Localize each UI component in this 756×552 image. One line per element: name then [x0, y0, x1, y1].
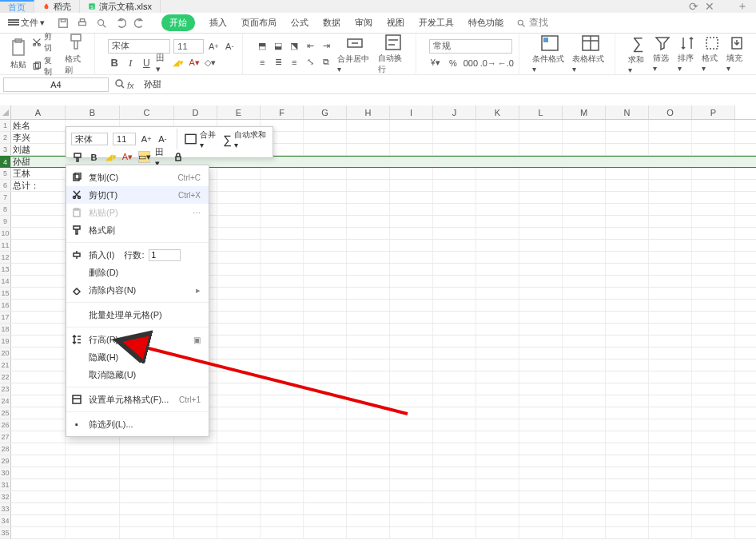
- cell[interactable]: [390, 157, 433, 167]
- cell[interactable]: [217, 455, 261, 467]
- mini-lock-button[interactable]: [172, 151, 184, 163]
- cell[interactable]: [347, 288, 390, 299]
- cell[interactable]: [390, 336, 433, 347]
- col-header-F[interactable]: F: [261, 105, 304, 119]
- cell[interactable]: [692, 216, 735, 227]
- mini-border-button[interactable]: 田▾: [155, 151, 167, 163]
- cell[interactable]: [692, 240, 735, 251]
- cell[interactable]: [347, 228, 390, 239]
- cell[interactable]: [519, 431, 563, 443]
- row-header[interactable]: 23: [0, 383, 11, 395]
- cell[interactable]: [390, 467, 433, 479]
- cell[interactable]: [433, 407, 476, 419]
- row-header[interactable]: 12: [0, 252, 11, 263]
- cell[interactable]: [692, 419, 735, 431]
- ctx-cut[interactable]: 剪切(T)Ctrl+X: [66, 186, 209, 204]
- cell[interactable]: [433, 276, 476, 287]
- cell[interactable]: [261, 264, 304, 275]
- cell[interactable]: [304, 324, 347, 335]
- cell[interactable]: [649, 515, 692, 526]
- cell[interactable]: [304, 455, 347, 467]
- cell[interactable]: [519, 407, 563, 419]
- cell[interactable]: [563, 467, 606, 479]
- col-header-D[interactable]: D: [174, 105, 217, 119]
- cell[interactable]: [606, 503, 649, 514]
- cell[interactable]: [606, 467, 649, 479]
- cell[interactable]: [347, 336, 390, 347]
- cell[interactable]: [476, 168, 519, 179]
- cell[interactable]: [390, 240, 433, 251]
- cell[interactable]: [390, 324, 433, 335]
- cell[interactable]: [66, 491, 120, 502]
- cell[interactable]: [476, 144, 519, 155]
- cell[interactable]: [606, 157, 649, 167]
- cell[interactable]: [476, 443, 519, 455]
- cell[interactable]: [563, 312, 606, 323]
- cell[interactable]: [692, 491, 735, 502]
- cell[interactable]: [347, 359, 390, 371]
- cell[interactable]: [217, 252, 261, 263]
- cell[interactable]: [606, 216, 649, 227]
- cell[interactable]: [606, 120, 649, 131]
- tab-menu-icon[interactable]: ⟳: [689, 0, 698, 13]
- cell[interactable]: [476, 407, 519, 419]
- cell[interactable]: [563, 371, 606, 383]
- cell[interactable]: [563, 180, 606, 191]
- cell[interactable]: [563, 276, 606, 287]
- cell[interactable]: [347, 120, 390, 131]
- cell[interactable]: [476, 395, 519, 407]
- col-header-M[interactable]: M: [563, 105, 606, 119]
- cell[interactable]: [11, 347, 66, 359]
- cell[interactable]: [11, 515, 66, 526]
- cell[interactable]: [217, 479, 261, 490]
- cell[interactable]: [304, 467, 347, 479]
- row-header[interactable]: 8: [0, 204, 11, 215]
- cell[interactable]: [692, 204, 735, 215]
- cell[interactable]: [433, 467, 476, 479]
- cell[interactable]: [606, 395, 649, 407]
- cell[interactable]: [347, 515, 390, 526]
- cell[interactable]: [347, 204, 390, 215]
- mini-highlight-button[interactable]: ▭▾: [138, 151, 150, 163]
- cell[interactable]: [347, 443, 390, 455]
- cell[interactable]: [11, 240, 66, 251]
- row-header[interactable]: 17: [0, 312, 11, 323]
- cell[interactable]: [433, 324, 476, 335]
- cell[interactable]: [347, 371, 390, 383]
- cell[interactable]: [11, 491, 66, 502]
- row-header[interactable]: 2: [0, 132, 11, 143]
- cell[interactable]: [347, 300, 390, 311]
- ctx-hide[interactable]: 隐藏(H): [66, 348, 209, 366]
- cell[interactable]: [476, 431, 519, 443]
- cell[interactable]: 王林: [11, 168, 66, 179]
- cell[interactable]: [433, 300, 476, 311]
- cell[interactable]: [261, 276, 304, 287]
- cell[interactable]: [304, 515, 347, 526]
- cell[interactable]: [606, 252, 649, 263]
- cell[interactable]: [692, 132, 735, 143]
- cell[interactable]: [563, 455, 606, 467]
- cell[interactable]: [606, 347, 649, 359]
- cell[interactable]: [519, 216, 563, 227]
- comma-button[interactable]: 000: [464, 57, 477, 69]
- cell[interactable]: [606, 407, 649, 419]
- col-header-O[interactable]: O: [649, 105, 692, 119]
- align-bottom-button[interactable]: ⬔: [288, 40, 300, 53]
- cell[interactable]: [606, 288, 649, 299]
- cell[interactable]: [692, 228, 735, 239]
- cell[interactable]: [519, 168, 563, 179]
- mini-fmtpaint-button[interactable]: [71, 151, 83, 163]
- cell[interactable]: [304, 192, 347, 203]
- cell[interactable]: [563, 264, 606, 275]
- cell[interactable]: [476, 276, 519, 287]
- cell[interactable]: [304, 132, 347, 143]
- cell[interactable]: [261, 491, 304, 502]
- cut-button[interactable]: 剪切: [32, 31, 60, 54]
- cell[interactable]: [476, 503, 519, 514]
- copy-button[interactable]: 复制: [32, 55, 60, 77]
- cell[interactable]: [347, 395, 390, 407]
- cell[interactable]: [390, 395, 433, 407]
- cell[interactable]: [390, 288, 433, 299]
- cell[interactable]: [649, 431, 692, 443]
- cell[interactable]: [606, 491, 649, 502]
